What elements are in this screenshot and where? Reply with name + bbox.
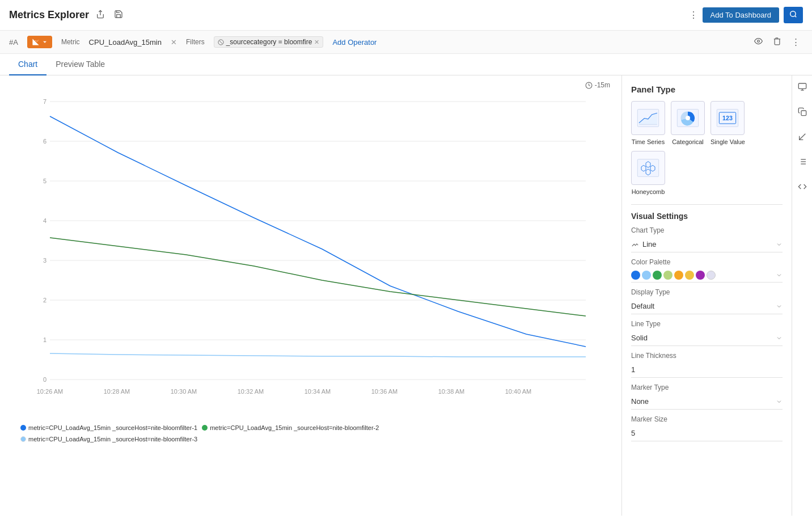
app-header: Metrics Explorer ⋮ Add To Dashboard xyxy=(0,0,812,31)
copy-icon[interactable] xyxy=(796,105,809,121)
tab-preview-table[interactable]: Preview Table xyxy=(46,54,114,75)
code-icon[interactable] xyxy=(796,180,809,196)
add-operator-button[interactable]: Add Operator xyxy=(332,38,377,47)
legend-dot-3 xyxy=(20,436,26,442)
filter-tag[interactable]: _sourcecategory = bloomfire ✕ xyxy=(214,36,324,48)
svg-text:10:30 AM: 10:30 AM xyxy=(171,388,197,395)
panel-type-time-series[interactable]: Time Series xyxy=(631,101,665,145)
color-dot-5 xyxy=(674,271,683,280)
color-palette-select[interactable] xyxy=(631,268,783,283)
panel-type-grid: Time Series Categorical xyxy=(631,101,783,195)
list-icon[interactable] xyxy=(796,155,809,171)
line-thickness-value: 1 xyxy=(631,362,783,378)
tab-chart[interactable]: Chart xyxy=(9,54,46,75)
chart-area: -15m 7 6 5 4 3 2 1 0 xyxy=(0,75,621,516)
search-button[interactable] xyxy=(784,7,803,23)
svg-text:10:28 AM: 10:28 AM xyxy=(104,388,130,395)
legend-item-2: metric=CPU_LoadAvg_15min _sourceHost=nit… xyxy=(202,424,379,431)
color-palette-label: Color Palette xyxy=(631,258,783,266)
svg-text:7: 7 xyxy=(43,98,46,105)
svg-point-4 xyxy=(758,40,760,43)
panel-type-honeycomb[interactable]: Honeycomb xyxy=(631,151,665,195)
filters-label: Filters xyxy=(186,38,205,46)
more-options-icon[interactable]: ⋮ xyxy=(689,10,698,20)
svg-rect-43 xyxy=(798,83,806,88)
metric-clear-button[interactable]: ✕ xyxy=(171,38,177,47)
svg-line-47 xyxy=(799,134,805,140)
query-actions: ⋮ xyxy=(751,35,803,49)
svg-text:1: 1 xyxy=(43,336,46,343)
svg-text:10:36 AM: 10:36 AM xyxy=(371,388,397,395)
chart-svg: 7 6 5 4 3 2 1 0 10:26 AM 10:28 AM 10:30 … xyxy=(5,85,617,419)
metric-label: Metric xyxy=(61,38,80,46)
header-right: ⋮ Add To Dashboard xyxy=(689,7,803,23)
svg-text:10:32 AM: 10:32 AM xyxy=(238,388,264,395)
svg-rect-38 xyxy=(637,159,658,177)
svg-rect-46 xyxy=(801,111,806,116)
color-dot-6 xyxy=(685,271,694,280)
add-dashboard-button[interactable]: Add To Dashboard xyxy=(703,7,779,23)
legend-item-1: metric=CPU_LoadAvg_15min _sourceHost=nit… xyxy=(20,424,197,431)
metric-type-button[interactable] xyxy=(27,36,52,48)
filter-value: _sourcecategory = bloomfire xyxy=(226,38,312,46)
marker-size-label: Marker Size xyxy=(631,415,783,423)
time-range-label[interactable]: -15m xyxy=(585,81,610,89)
svg-text:0: 0 xyxy=(43,376,46,383)
color-dot-7 xyxy=(696,271,705,280)
svg-line-3 xyxy=(219,40,222,44)
save-icon[interactable] xyxy=(112,9,125,22)
header-left: Metrics Explorer xyxy=(9,9,125,22)
svg-text:10:26 AM: 10:26 AM xyxy=(37,388,63,395)
marker-type-select[interactable]: None xyxy=(631,394,783,410)
color-dot-1 xyxy=(631,271,640,280)
svg-line-1 xyxy=(795,16,797,18)
visual-settings-title: Visual Settings xyxy=(631,212,783,221)
line-type-select[interactable]: Solid xyxy=(631,330,783,346)
display-type-select[interactable]: Default xyxy=(631,298,783,314)
delete-icon[interactable] xyxy=(770,35,784,49)
right-sidebar xyxy=(792,75,812,516)
svg-text:3: 3 xyxy=(43,257,46,264)
svg-text:6: 6 xyxy=(43,138,46,145)
legend-item-3: metric=CPU_LoadAvg_15min _sourceHost=nit… xyxy=(20,436,601,442)
svg-text:10:38 AM: 10:38 AM xyxy=(438,388,464,395)
legend-dot-1 xyxy=(20,425,26,431)
filter-remove-button[interactable]: ✕ xyxy=(314,39,319,46)
color-dot-2 xyxy=(642,271,651,280)
chart-legend: metric=CPU_LoadAvg_15min _sourceHost=nit… xyxy=(5,421,617,446)
right-panel: Panel Type Time Series xyxy=(621,75,792,516)
app-title: Metrics Explorer xyxy=(9,9,89,21)
svg-text:2: 2 xyxy=(43,297,46,304)
svg-point-34 xyxy=(686,116,690,120)
line-type-label: Line Type xyxy=(631,320,783,328)
svg-text:4: 4 xyxy=(43,217,46,224)
metric-value: CPU_LoadAvg_15min xyxy=(89,38,162,47)
svg-text:5: 5 xyxy=(43,178,46,184)
time-series-icon xyxy=(631,101,665,135)
panel-type-single-value[interactable]: 123 Single Value xyxy=(710,101,745,145)
chart-type-select[interactable]: Line xyxy=(631,237,783,252)
display-type-label: Display Type xyxy=(631,288,783,296)
legend-dot-2 xyxy=(202,425,208,431)
query-id: #A xyxy=(9,38,18,47)
axes-icon[interactable] xyxy=(796,130,809,146)
color-dot-8 xyxy=(707,271,716,280)
query-row: #A Metric CPU_LoadAvg_15min ✕ Filters _s… xyxy=(0,31,812,54)
color-dot-3 xyxy=(653,271,662,280)
svg-text:10:34 AM: 10:34 AM xyxy=(304,388,331,395)
eye-icon[interactable] xyxy=(751,35,766,49)
line-thickness-label: Line Thickness xyxy=(631,352,783,360)
main-content: -15m 7 6 5 4 3 2 1 0 xyxy=(0,75,812,516)
tabs-bar: Chart Preview Table xyxy=(0,54,812,75)
panel-type-categorical[interactable]: Categorical xyxy=(671,101,705,145)
chart-type-label: Chart Type xyxy=(631,226,783,234)
query-more-icon[interactable]: ⋮ xyxy=(789,35,803,49)
svg-text:123: 123 xyxy=(723,115,733,121)
marker-type-label: Marker Type xyxy=(631,384,783,391)
svg-point-0 xyxy=(790,11,796,16)
monitor-icon[interactable] xyxy=(796,80,809,96)
share-icon[interactable] xyxy=(94,9,107,22)
settings-divider xyxy=(631,204,783,205)
color-dot-4 xyxy=(663,271,673,280)
honeycomb-icon xyxy=(631,151,665,185)
